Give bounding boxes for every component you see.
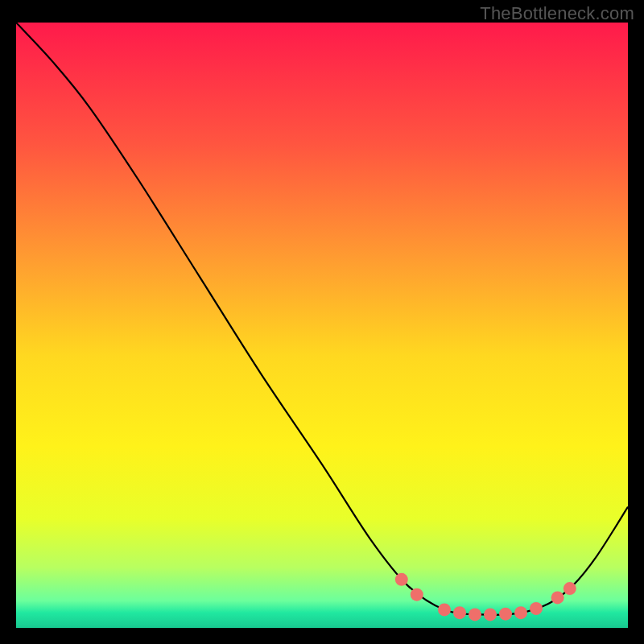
data-marker [438, 603, 451, 616]
plot-area [16, 23, 628, 628]
watermark-label: TheBottleneck.com [480, 3, 634, 24]
chart-svg [16, 23, 628, 628]
data-marker [411, 588, 423, 601]
data-marker [484, 608, 497, 621]
data-marker [395, 573, 408, 586]
chart-frame: TheBottleneck.com [0, 0, 644, 644]
data-marker [564, 582, 576, 595]
data-marker [551, 591, 564, 604]
data-marker [453, 606, 466, 619]
gradient-background [16, 23, 628, 628]
data-marker [469, 608, 481, 621]
data-marker [530, 602, 543, 615]
data-marker [514, 606, 527, 619]
data-marker [499, 608, 512, 621]
